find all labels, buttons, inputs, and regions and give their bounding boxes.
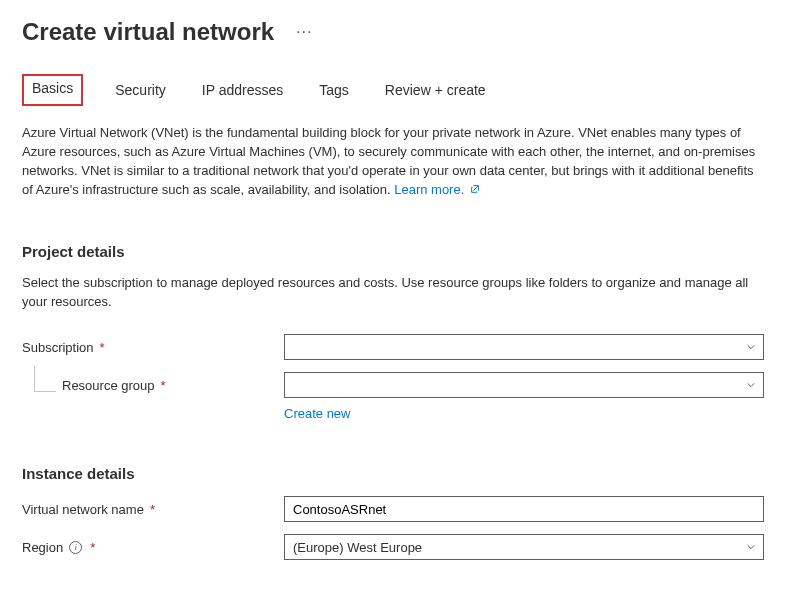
region-field: Region i * (Europe) West Europe (22, 534, 764, 560)
project-details-description: Select the subscription to manage deploy… (22, 274, 762, 312)
intro-body: Azure Virtual Network (VNet) is the fund… (22, 125, 755, 197)
project-details-heading: Project details (22, 243, 764, 260)
tab-security[interactable]: Security (111, 74, 170, 106)
create-new-link[interactable]: Create new (284, 406, 350, 421)
tabs-bar: Basics Security IP addresses Tags Review… (22, 74, 764, 106)
instance-details-heading: Instance details (22, 465, 764, 482)
subscription-field: Subscription * (22, 334, 764, 360)
subscription-select[interactable] (284, 334, 764, 360)
required-star: * (90, 540, 95, 555)
required-star: * (161, 378, 166, 393)
virtual-network-name-label-text: Virtual network name (22, 502, 144, 517)
resource-group-select[interactable] (284, 372, 764, 398)
learn-more-link[interactable]: Learn more. (394, 182, 480, 197)
resource-group-label: Resource group * (22, 378, 284, 393)
page-title: Create virtual network (22, 18, 274, 46)
tab-review-create[interactable]: Review + create (381, 74, 490, 106)
required-star: * (150, 502, 155, 517)
required-star: * (100, 340, 105, 355)
create-new-row: Create new (284, 406, 764, 421)
page-header: Create virtual network ··· (22, 18, 764, 46)
subscription-label-text: Subscription (22, 340, 94, 355)
region-label: Region i * (22, 540, 284, 555)
learn-more-label: Learn more. (394, 182, 464, 197)
intro-text: Azure Virtual Network (VNet) is the fund… (22, 124, 762, 199)
info-icon[interactable]: i (69, 541, 82, 554)
resource-group-field: Resource group * (22, 372, 764, 398)
region-label-text: Region (22, 540, 63, 555)
region-select[interactable]: (Europe) West Europe (284, 534, 764, 560)
virtual-network-name-label: Virtual network name * (22, 502, 284, 517)
more-button[interactable]: ··· (290, 23, 318, 41)
virtual-network-name-field: Virtual network name * (22, 496, 764, 522)
tab-tags[interactable]: Tags (315, 74, 353, 106)
virtual-network-name-input[interactable] (284, 496, 764, 522)
region-value: (Europe) West Europe (293, 540, 422, 555)
tab-basics[interactable]: Basics (22, 74, 83, 106)
tab-ip-addresses[interactable]: IP addresses (198, 74, 287, 106)
subscription-label: Subscription * (22, 340, 284, 355)
resource-group-label-text: Resource group (62, 378, 155, 393)
external-link-icon (470, 184, 480, 194)
indent-line (34, 366, 56, 392)
